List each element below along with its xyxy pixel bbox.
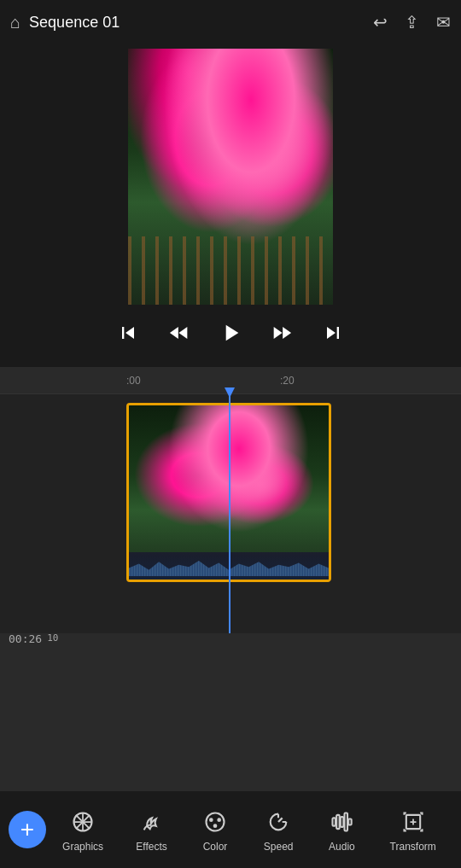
toolbar-item-transform[interactable]: Transform	[383, 803, 443, 856]
video-preview	[0, 44, 461, 309]
svg-point-0	[207, 813, 225, 831]
graphics-icon	[67, 807, 98, 837]
svg-rect-6	[341, 817, 344, 827]
audio-icon	[326, 807, 357, 837]
header-icons: ↩ ⇪ ✉	[373, 12, 451, 32]
transform-label: Transform	[390, 841, 436, 853]
add-button[interactable]: +	[9, 811, 46, 848]
svg-point-3	[213, 824, 218, 828]
audio-label: Audio	[329, 841, 355, 853]
svg-point-2	[217, 818, 221, 822]
total-time: 00:26	[9, 632, 42, 645]
play-button[interactable]	[215, 317, 246, 348]
undo-icon[interactable]: ↩	[373, 12, 388, 32]
timeline-wrapper: :00 :20	[0, 367, 461, 633]
home-icon[interactable]: ⌂	[10, 13, 20, 32]
svg-rect-4	[333, 818, 336, 825]
svg-rect-5	[337, 815, 341, 829]
color-icon	[200, 807, 230, 837]
video-thumbnail	[128, 49, 333, 305]
timecode-total: 00:26 10	[9, 632, 58, 645]
speed-icon	[263, 807, 294, 837]
bottom-toolbar: + Graphics Effects	[0, 791, 461, 868]
toolbar-items: Graphics Effects Color	[46, 803, 452, 856]
controls-area: 00:12 28 00:26 10	[0, 309, 461, 367]
header-left: ⌂ Sequence 01	[10, 13, 120, 32]
ruler-mark-20: :20	[280, 375, 295, 387]
ruler-mark-00: :00	[126, 375, 141, 387]
toolbar-item-graphics[interactable]: Graphics	[55, 803, 110, 856]
playhead	[229, 394, 230, 633]
transform-icon	[398, 807, 429, 837]
header: ⌂ Sequence 01 ↩ ⇪ ✉	[0, 0, 461, 44]
speed-label: Speed	[264, 841, 294, 853]
share-icon[interactable]: ⇪	[405, 12, 419, 32]
skip-back-button[interactable]	[113, 317, 143, 348]
graphics-label: Graphics	[62, 841, 103, 853]
toolbar-item-audio[interactable]: Audio	[319, 803, 364, 856]
svg-rect-7	[345, 813, 348, 831]
total-frames: 10	[47, 632, 58, 645]
skip-forward-button[interactable]	[318, 317, 348, 348]
playback-controls	[0, 312, 461, 353]
sequence-title: Sequence 01	[29, 14, 120, 32]
toolbar-item-color[interactable]: Color	[193, 803, 237, 856]
svg-point-1	[209, 818, 213, 822]
frame-back-button[interactable]	[164, 317, 195, 348]
svg-rect-8	[349, 819, 353, 825]
chat-icon[interactable]: ✉	[436, 12, 451, 32]
fence-overlay	[128, 236, 333, 305]
effects-label: Effects	[136, 841, 166, 853]
timeline-area[interactable]	[0, 394, 461, 633]
toolbar-item-speed[interactable]: Speed	[256, 803, 301, 856]
effects-icon	[137, 807, 167, 837]
frame-forward-button[interactable]	[266, 317, 297, 348]
toolbar-item-effects[interactable]: Effects	[129, 803, 173, 856]
color-label: Color	[203, 841, 228, 853]
